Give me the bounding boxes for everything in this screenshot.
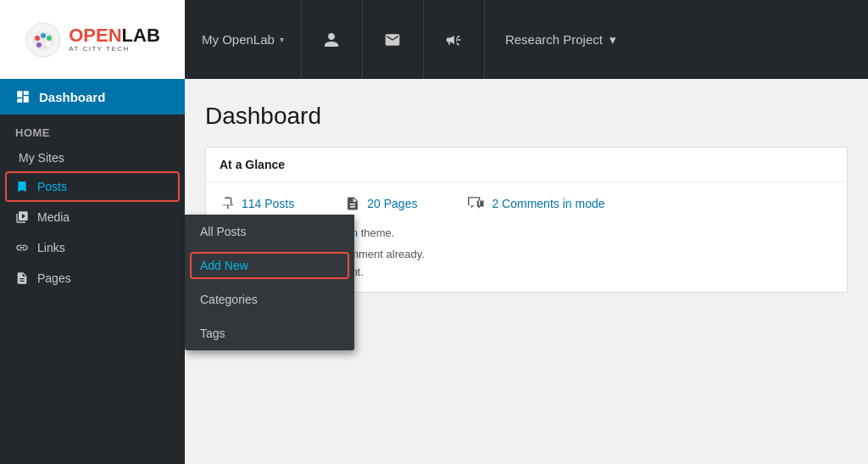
svg-point-7 bbox=[45, 41, 52, 48]
research-project-label: Research Project bbox=[505, 32, 603, 47]
sidebar-section-home: Home bbox=[0, 115, 185, 148]
posts-highlight-border bbox=[5, 171, 180, 202]
media-label: Media bbox=[37, 210, 70, 224]
posts-icon bbox=[15, 180, 29, 193]
sidebar-item-dashboard[interactable]: Dashboard bbox=[0, 79, 185, 115]
user-icon bbox=[323, 31, 340, 48]
svg-point-4 bbox=[47, 36, 52, 41]
dashboard-icon bbox=[15, 89, 31, 104]
posts-label: Posts bbox=[37, 180, 67, 193]
my-openlab-caret: ▾ bbox=[280, 35, 284, 44]
logo-text: OPENLAB bbox=[69, 25, 160, 46]
dropdown-all-posts[interactable]: All Posts bbox=[185, 215, 354, 249]
sidebar-item-media[interactable]: Media bbox=[0, 202, 185, 232]
top-nav-items: My OpenLab ▾ Research Project ▾ bbox=[185, 0, 868, 79]
logo-sub: AT CITY TECH bbox=[69, 46, 160, 53]
pages-label: Pages bbox=[37, 271, 71, 285]
comments-stat-text: 2 Comments in mode bbox=[492, 197, 604, 210]
card-stats: 114 Posts 20 Pages 2 Comme bbox=[220, 196, 833, 211]
posts-dropdown-menu: All Posts Add New Categories Tags bbox=[185, 215, 354, 350]
links-icon bbox=[15, 241, 29, 254]
svg-point-3 bbox=[41, 33, 46, 38]
sidebar-item-links[interactable]: Links bbox=[0, 232, 185, 263]
my-sites-label: My Sites bbox=[15, 151, 64, 165]
pin-icon bbox=[220, 196, 235, 211]
sidebar-item-pages[interactable]: Pages bbox=[0, 263, 185, 293]
mail-nav-icon[interactable] bbox=[363, 0, 424, 79]
sidebar-item-my-sites[interactable]: My Sites bbox=[0, 148, 185, 168]
posts-stat-link[interactable]: 114 Posts bbox=[242, 197, 294, 210]
comments-icon bbox=[468, 196, 485, 211]
home-label: Home bbox=[15, 126, 50, 139]
mail-icon bbox=[384, 31, 401, 48]
pages-stat-link[interactable]: 20 Pages bbox=[367, 197, 417, 210]
main-layout: Dashboard Home My Sites Posts Media bbox=[0, 79, 868, 464]
sidebar-item-posts[interactable]: Posts bbox=[0, 171, 185, 202]
dropdown-categories[interactable]: Categories bbox=[185, 282, 354, 316]
pages-stat-icon bbox=[345, 196, 360, 211]
comments-stat: 2 Comments in mode bbox=[468, 196, 604, 211]
sidebar: Dashboard Home My Sites Posts Media bbox=[0, 79, 185, 464]
megaphone-nav-icon[interactable] bbox=[424, 0, 485, 79]
pages-stat: 20 Pages bbox=[345, 196, 417, 211]
top-navigation: OPENLAB AT CITY TECH My OpenLab ▾ bbox=[0, 0, 868, 79]
dropdown-tags[interactable]: Tags bbox=[185, 316, 354, 350]
posts-stat: 114 Posts bbox=[220, 196, 294, 211]
my-openlab-label: My OpenLab bbox=[202, 32, 275, 47]
research-caret: ▾ bbox=[609, 32, 616, 48]
svg-point-2 bbox=[35, 36, 40, 41]
user-nav-icon[interactable] bbox=[302, 0, 363, 79]
my-openlab-nav[interactable]: My OpenLab ▾ bbox=[185, 0, 302, 79]
site-logo[interactable]: OPENLAB AT CITY TECH bbox=[0, 0, 185, 79]
pages-icon bbox=[15, 271, 29, 285]
dropdown-add-new[interactable]: Add New bbox=[185, 249, 354, 282]
media-icon bbox=[15, 210, 29, 224]
links-label: Links bbox=[37, 241, 65, 254]
svg-point-6 bbox=[36, 42, 42, 48]
dashboard-label: Dashboard bbox=[39, 90, 105, 104]
page-title: Dashboard bbox=[205, 103, 848, 130]
card-header: At a Glance bbox=[206, 148, 847, 182]
research-project-nav[interactable]: Research Project ▾ bbox=[485, 0, 637, 79]
megaphone-icon bbox=[445, 31, 462, 48]
